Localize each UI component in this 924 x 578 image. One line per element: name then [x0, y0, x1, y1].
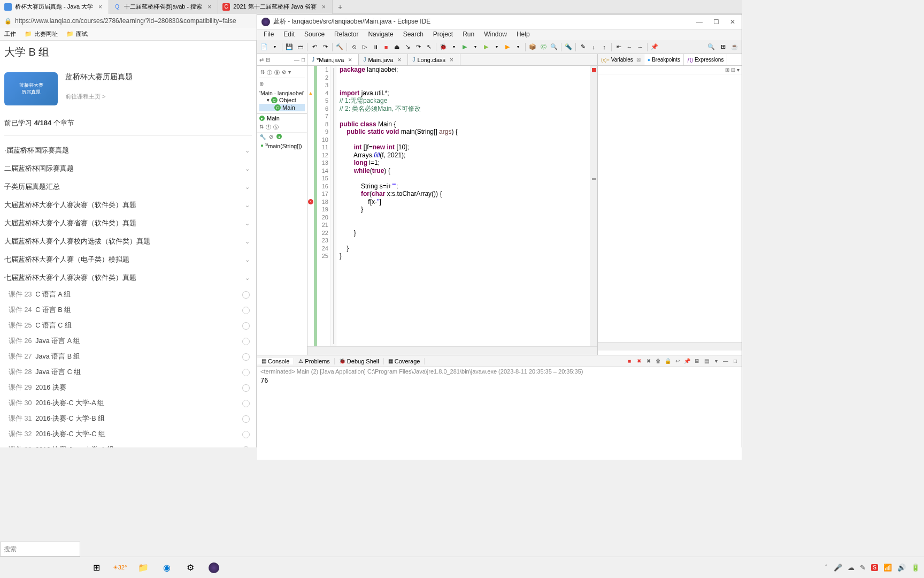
tree-row-object[interactable]: ▾CObject	[259, 96, 305, 104]
dropdown-icon[interactable]: ▾	[492, 42, 502, 52]
filter-button[interactable]: 🔧	[259, 134, 266, 140]
menu-project[interactable]: Project	[429, 29, 457, 40]
outline-class[interactable]: Main	[267, 115, 280, 121]
pen-icon[interactable]: ✎	[860, 564, 866, 572]
close-icon[interactable]: ×	[395, 56, 403, 64]
step-over-button[interactable]: ↷	[413, 42, 423, 52]
minimize-button[interactable]: —	[694, 18, 705, 26]
open-perspective-button[interactable]: ⊞	[718, 42, 728, 52]
close-icon[interactable]: ×	[448, 56, 456, 64]
chapter-row[interactable]: 二届蓝桥杯国际赛真题⌄	[4, 159, 252, 178]
menu-navigate[interactable]: Navigate	[364, 29, 397, 40]
battery-icon[interactable]: 🔋	[911, 564, 920, 572]
tree-row-main[interactable]: CMain	[259, 104, 305, 111]
undo-button[interactable]: ↶	[310, 42, 319, 52]
settings-button[interactable]: ⚙	[179, 559, 202, 576]
link-editor-button[interactable]: ⇄	[259, 57, 264, 63]
hide-fields-button[interactable]: ⓕ	[267, 69, 272, 77]
terminate-all-button[interactable]: ✖	[635, 357, 643, 366]
lesson-row[interactable]: 课件 23 C 语言 A 组	[4, 287, 252, 302]
save-all-button[interactable]: 🗃	[295, 42, 305, 52]
course-home-link[interactable]: 前往课程主页 >	[65, 93, 252, 101]
new-class-button[interactable]: Ⓒ	[538, 42, 548, 52]
remove-terminated-button[interactable]: ✖	[644, 357, 653, 366]
horizontal-scrollbar[interactable]	[307, 346, 597, 355]
tab-expressions[interactable]: ƒ()Expressions	[684, 54, 727, 65]
toggle-mark-button[interactable]: ✎	[578, 42, 588, 52]
terminate-button[interactable]: ■	[381, 42, 391, 52]
minimize-view-button[interactable]: —	[721, 357, 730, 366]
wifi-icon[interactable]: 📶	[883, 564, 892, 572]
sort-button[interactable]: ⇅	[260, 69, 265, 77]
dropdown-icon[interactable]: ▾	[449, 42, 459, 52]
lesson-row[interactable]: 课件 27 Java 语言 B 组	[4, 349, 252, 364]
chapter-row[interactable]: 大届蓝桥杯大赛个人赛校内选拔（软件类）真题⌄	[4, 232, 252, 250]
quick-access-button[interactable]: 🔍	[706, 42, 716, 52]
bookmark-interview[interactable]: 📁面试	[66, 30, 88, 38]
code-editor[interactable]: ▲ × 1 2 3 4 5 6 7 8 9 10 11 12 13 14 15 …	[307, 66, 597, 346]
hide-nonpublic-button[interactable]: ⊘	[282, 69, 286, 77]
variables-body[interactable]	[598, 74, 742, 342]
tab-breakpoints[interactable]: ●Breakpoints	[644, 54, 684, 65]
menu-button[interactable]: ▾	[288, 69, 291, 77]
step-return-button[interactable]: ↖	[424, 42, 434, 52]
maximize-button[interactable]: ☐	[711, 18, 721, 26]
console-output[interactable]: 76	[257, 376, 742, 385]
new-button[interactable]: 📄	[259, 42, 269, 52]
menu-refactor[interactable]: Refactor	[330, 29, 363, 40]
ime-icon[interactable]: S	[871, 564, 878, 571]
close-icon[interactable]: ×	[346, 56, 354, 64]
display-button[interactable]: 🖥	[692, 357, 701, 366]
next-annotation-button[interactable]: ↓	[589, 42, 598, 52]
eclipse-title-bar[interactable]: 蓝桥 - lanqiaobei/src/lanqiaobei/Main.java…	[257, 14, 742, 29]
build-button[interactable]: 🔨	[335, 42, 344, 52]
open-type-button[interactable]: 🔍	[549, 42, 559, 52]
run-button[interactable]: ▶	[460, 42, 469, 52]
lesson-row[interactable]: 课件 26 Java 语言 A 组	[4, 333, 252, 349]
weather-widget[interactable]: ☀32°	[108, 559, 132, 576]
collapse-button[interactable]: ⊟	[266, 57, 270, 63]
horizontal-scrollbar[interactable]	[598, 342, 742, 351]
lesson-row[interactable]: 课件 24 C 语言 B 组	[4, 302, 252, 318]
hide-static-button[interactable]: Ⓢ	[273, 124, 279, 131]
suspend-button[interactable]: ⏸	[371, 42, 380, 52]
task-view-button[interactable]: ⊞	[84, 559, 108, 576]
warning-icon[interactable]: ▲	[308, 90, 313, 96]
minimize-view-button[interactable]: —	[294, 57, 299, 63]
dropdown-icon[interactable]: ▾	[471, 42, 480, 52]
hide-static-button[interactable]: Ⓢ	[274, 69, 280, 77]
browser-tab-1[interactable]: 桥杯大赛历届真题 - Java 大学 ×	[0, 0, 109, 14]
word-wrap-button[interactable]: ↩	[673, 357, 682, 366]
new-package-button[interactable]: 📦	[528, 42, 537, 52]
tab-console[interactable]: ▤Console	[257, 358, 294, 364]
editor-tab[interactable]: JMain.java×	[359, 54, 408, 65]
menu-run[interactable]: Run	[458, 29, 479, 40]
terminate-button[interactable]: ■	[625, 357, 634, 366]
menu-search[interactable]: Search	[399, 29, 428, 40]
dropdown-icon[interactable]: ▾	[712, 357, 720, 366]
search-input[interactable]: 搜索	[0, 542, 80, 557]
bookmark-contest[interactable]: 📁比赛网址	[25, 30, 58, 38]
maximize-view-button[interactable]: □	[731, 357, 740, 366]
lesson-row[interactable]: 课件 25 C 语言 C 组	[4, 318, 252, 333]
menu-help[interactable]: Help	[512, 29, 534, 40]
view-menu-button[interactable]: ⊞	[725, 67, 729, 73]
external-tools-button[interactable]: ▶	[503, 42, 512, 52]
browser-tab-2[interactable]: Q 十二届蓝桥杯省赛javab - 搜索 ×	[109, 0, 218, 14]
chapter-row[interactable]: 七届蓝桥杯大赛个人赛决赛（软件类）真题⌄	[4, 269, 252, 287]
pin-button[interactable]: 📌	[650, 42, 659, 52]
java-perspective-button[interactable]: ☕	[730, 42, 740, 52]
error-icon[interactable]: ×	[308, 199, 313, 204]
menu-file[interactable]: File	[259, 29, 278, 40]
chapter-row[interactable]: 大届蓝桥杯大赛个人赛省赛（软件类）真题⌄	[4, 214, 252, 232]
skip-breakpoints-button[interactable]: ⦸	[349, 42, 359, 52]
chapter-row[interactable]: 七届蓝桥杯大赛个人赛（电子类）模拟题⌄	[4, 250, 252, 269]
close-icon[interactable]: ×	[205, 3, 213, 11]
step-into-button[interactable]: ↘	[403, 42, 412, 52]
lesson-row[interactable]: 课件 28 Java 语言 C 组	[4, 364, 252, 380]
lesson-row[interactable]: 课件 33 2016-决赛-Java 大学-A 组	[4, 442, 252, 447]
save-button[interactable]: 💾	[284, 42, 294, 52]
disconnect-button[interactable]: ⏏	[392, 42, 402, 52]
search-button[interactable]: 🔦	[564, 42, 573, 52]
open-console-button[interactable]: ▤	[702, 357, 711, 366]
